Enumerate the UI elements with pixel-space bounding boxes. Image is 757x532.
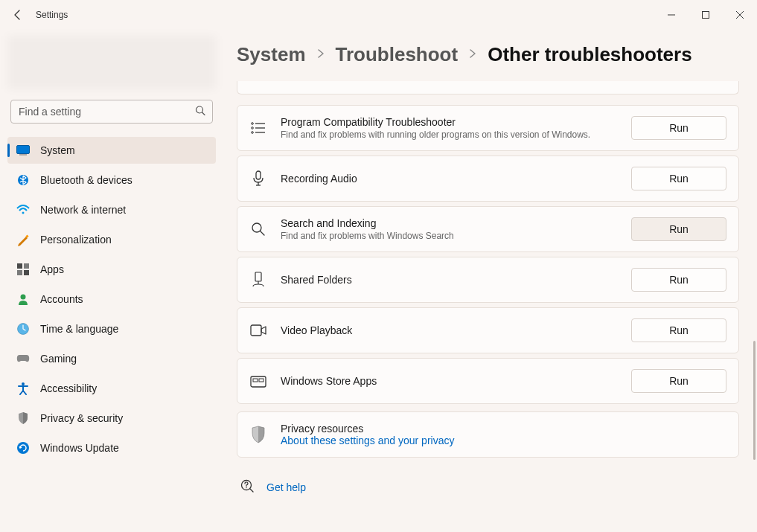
back-button[interactable] [10, 7, 25, 22]
troubleshooter-title: Windows Store Apps [281, 375, 618, 387]
breadcrumb: System Troubleshoot Other troubleshooter… [237, 43, 739, 66]
breadcrumb-system[interactable]: System [237, 43, 306, 66]
privacy-icon [16, 411, 30, 425]
troubleshooter-title: Program Compatibility Troubleshooter [281, 116, 618, 128]
search-box [10, 100, 213, 124]
sidebar-item-label: Gaming [40, 353, 77, 365]
svg-rect-11 [17, 270, 22, 275]
svg-rect-33 [253, 379, 258, 382]
privacy-title: Privacy resources [281, 423, 726, 435]
update-icon [16, 441, 30, 455]
troubleshooter-desc: Find and fix problems with running older… [281, 129, 618, 140]
troubleshooter-title: Recording Audio [281, 173, 618, 185]
svg-rect-9 [17, 263, 22, 269]
sidebar-item-update[interactable]: Windows Update [7, 435, 216, 461]
search-icon [249, 220, 267, 238]
sidebar-item-accessibility[interactable]: Accessibility [7, 375, 216, 402]
svg-rect-34 [259, 379, 263, 382]
sidebar-item-label: Time & language [40, 323, 118, 335]
svg-rect-4 [17, 146, 30, 154]
title-bar: Settings [0, 0, 757, 30]
time-icon [16, 322, 30, 336]
sidebar-item-label: Accounts [40, 293, 83, 305]
sidebar: System Bluetooth & devices Network & int… [0, 30, 223, 532]
breadcrumb-troubleshoot[interactable]: Troubleshoot [336, 43, 459, 66]
help-icon [240, 478, 255, 496]
network-icon [16, 203, 30, 217]
svg-point-17 [17, 442, 29, 454]
system-icon [16, 144, 30, 157]
sidebar-item-network[interactable]: Network & internet [7, 196, 216, 223]
svg-rect-12 [24, 270, 29, 275]
svg-point-20 [252, 127, 254, 129]
chevron-right-icon [468, 48, 477, 61]
app-title: Settings [36, 10, 68, 20]
svg-point-18 [252, 123, 254, 125]
svg-rect-31 [251, 325, 261, 336]
gaming-icon [16, 352, 30, 365]
sidebar-item-time[interactable]: Time & language [7, 315, 216, 342]
sidebar-item-bluetooth[interactable]: Bluetooth & devices [7, 167, 216, 193]
sidebar-item-personalization[interactable]: Personalization [7, 226, 216, 253]
run-button[interactable]: Run [631, 116, 726, 140]
troubleshooter-title: Video Playback [281, 324, 618, 336]
sidebar-item-label: Privacy & security [40, 412, 123, 424]
troubleshooter-recording-audio: Recording Audio Run [237, 156, 739, 202]
microphone-icon [249, 170, 267, 188]
troubleshooter-title: Shared Folders [281, 274, 618, 286]
troubleshooter-desc: Find and fix problems with Windows Searc… [281, 231, 618, 241]
troubleshooter-video-playback: Video Playback Run [237, 307, 739, 353]
get-help-link[interactable]: Get help [266, 481, 306, 493]
svg-point-16 [22, 382, 25, 385]
svg-line-28 [261, 231, 265, 236]
close-button[interactable] [723, 3, 757, 27]
svg-point-22 [252, 132, 254, 134]
maximize-button[interactable] [689, 3, 723, 27]
run-button[interactable]: Run [631, 318, 726, 342]
run-button[interactable]: Run [631, 167, 726, 190]
troubleshooter-shared-folders: Shared Folders Run [237, 257, 739, 303]
accessibility-icon [16, 382, 30, 395]
sidebar-item-accounts[interactable]: Accounts [7, 286, 216, 313]
run-button[interactable]: Run [631, 369, 726, 393]
breadcrumb-current: Other troubleshooters [488, 43, 691, 66]
svg-rect-29 [255, 272, 261, 281]
troubleshooter-program-compatibility: Program Compatibility Troubleshooter Fin… [237, 105, 739, 151]
run-button[interactable]: Run [631, 268, 726, 292]
main-content: System Troubleshoot Other troubleshooter… [223, 30, 757, 532]
troubleshooter-store-apps: Windows Store Apps Run [237, 358, 739, 404]
svg-rect-1 [703, 12, 709, 19]
video-icon [249, 321, 267, 339]
chevron-right-icon [316, 48, 325, 61]
svg-rect-10 [24, 263, 29, 269]
apps-icon [16, 263, 30, 276]
sidebar-item-label: System [40, 144, 75, 156]
sidebar-item-label: Apps [40, 263, 64, 275]
account-block[interactable] [7, 36, 216, 89]
partial-previous-card [237, 81, 739, 94]
sidebar-item-label: Network & internet [40, 204, 126, 216]
sidebar-item-label: Bluetooth & devices [40, 174, 132, 186]
sidebar-item-apps[interactable]: Apps [7, 256, 216, 283]
svg-line-37 [250, 489, 253, 492]
search-input[interactable] [10, 100, 213, 124]
svg-rect-5 [19, 155, 27, 156]
run-button[interactable]: Run [631, 217, 726, 241]
list-settings-icon [249, 119, 267, 137]
scrollbar-thumb[interactable] [753, 341, 756, 460]
troubleshooter-title: Search and Indexing [281, 217, 618, 229]
sidebar-item-label: Windows Update [40, 442, 119, 454]
bluetooth-icon [16, 173, 30, 187]
privacy-link[interactable]: About these settings and your privacy [281, 435, 726, 446]
accounts-icon [16, 292, 30, 306]
svg-point-36 [246, 487, 246, 488]
store-icon [249, 372, 267, 390]
troubleshooter-search-indexing: Search and Indexing Find and fix problem… [237, 206, 739, 252]
shield-icon [249, 426, 267, 443]
sidebar-item-system[interactable]: System [7, 137, 216, 164]
minimize-button[interactable] [654, 3, 689, 27]
sidebar-item-gaming[interactable]: Gaming [7, 345, 216, 372]
sidebar-item-label: Accessibility [40, 382, 97, 394]
svg-point-13 [21, 295, 26, 300]
sidebar-item-privacy[interactable]: Privacy & security [7, 405, 216, 432]
